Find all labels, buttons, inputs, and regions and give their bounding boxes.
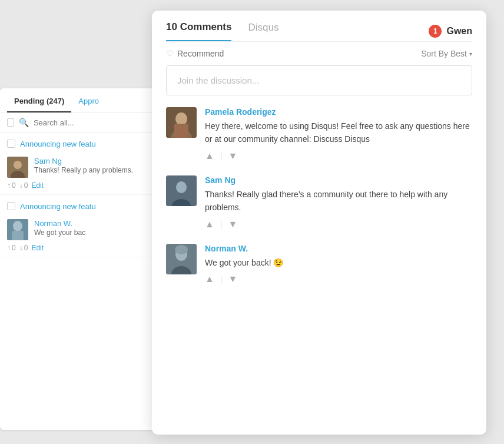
downvote[interactable]: ↓ 0 bbox=[19, 181, 28, 190]
svg-point-17 bbox=[175, 245, 188, 254]
comment-item: Pamela Roderigez Hey there, welcome to u… bbox=[166, 107, 472, 161]
comment-item: Sam Ng Thanks! Really glad there’s a com… bbox=[166, 175, 472, 230]
comment-actions: ▲ | ▼ bbox=[205, 151, 472, 161]
item-title: Announcing new featu bbox=[20, 140, 96, 148]
search-input[interactable] bbox=[34, 118, 158, 127]
down-arrow-icon: ↓ bbox=[19, 244, 23, 252]
comment-text: Hey there, welcome to using Disqus! Feel… bbox=[205, 120, 472, 146]
comment-actions: ▲ | ▼ bbox=[205, 274, 472, 284]
sort-label: Sort By Best bbox=[421, 49, 467, 58]
vote-separator: | bbox=[220, 151, 223, 161]
downvote[interactable]: ↓ 0 bbox=[19, 244, 28, 252]
avatar bbox=[166, 107, 197, 138]
item-checkbox[interactable] bbox=[7, 202, 15, 210]
up-arrow-icon: ↑ bbox=[7, 181, 11, 190]
recommend-label: Recommend bbox=[177, 49, 224, 58]
search-icon: 🔍 bbox=[19, 118, 29, 127]
notification-badge: 1 bbox=[429, 25, 442, 38]
comment-text: Thanks! Really glad there’s a community … bbox=[205, 188, 472, 214]
heart-icon: ♡ bbox=[166, 49, 174, 58]
comment-actions: ▲ | ▼ bbox=[205, 219, 472, 230]
search-bar: 🔍 bbox=[0, 113, 165, 132]
list-item: Announcing new featu Norman W. We got yo… bbox=[0, 195, 165, 257]
bg-username: Sam Ng bbox=[34, 157, 133, 165]
admin-tabs: Pending (247) Appro bbox=[0, 88, 165, 113]
upvote[interactable]: ↑ 0 bbox=[7, 181, 16, 190]
bg-username: Norman W. bbox=[34, 219, 85, 228]
upvote-button[interactable]: ▲ bbox=[205, 151, 214, 161]
comment-body: Norman W. We got your back! 😉 ▲ | ▼ bbox=[205, 244, 472, 284]
user-info: 1 Gwen bbox=[429, 25, 472, 38]
comment-username: Norman W. bbox=[205, 244, 472, 253]
downvote-button[interactable]: ▼ bbox=[228, 274, 237, 284]
comment-body: Sam Ng Thanks! Really glad there’s a com… bbox=[205, 175, 472, 230]
bg-comment-text: Thanks! Really p any problems. bbox=[34, 165, 133, 175]
avatar bbox=[166, 175, 197, 206]
select-all-checkbox[interactable] bbox=[7, 118, 14, 127]
downvote-button[interactable]: ▼ bbox=[228, 151, 237, 161]
avatar bbox=[166, 244, 197, 274]
up-arrow-icon: ↑ bbox=[7, 244, 11, 252]
comments-tab[interactable]: 10 Comments bbox=[166, 21, 231, 41]
disqus-toolbar: ♡ Recommend Sort By Best ▾ bbox=[152, 42, 486, 65]
upvote-count: 0 bbox=[12, 181, 16, 190]
avatar bbox=[7, 219, 28, 240]
disqus-header: 10 Comments Disqus 1 Gwen bbox=[152, 11, 486, 41]
edit-button[interactable]: Edit bbox=[31, 244, 44, 252]
comment-body: Pamela Roderigez Hey there, welcome to u… bbox=[205, 107, 472, 161]
list-item: Announcing new featu Sam Ng Thanks! Real… bbox=[0, 132, 165, 195]
svg-point-12 bbox=[176, 181, 187, 193]
svg-rect-10 bbox=[174, 124, 188, 138]
approved-tab[interactable]: Appro bbox=[71, 88, 106, 112]
edit-button[interactable]: Edit bbox=[31, 181, 44, 190]
logged-in-user: Gwen bbox=[446, 26, 472, 37]
svg-point-8 bbox=[175, 112, 187, 125]
vote-separator: | bbox=[220, 274, 223, 284]
item-user: Norman W. We got your bac bbox=[7, 219, 158, 240]
bg-comment-text: We got your bac bbox=[34, 228, 85, 238]
admin-panel: Pending (247) Appro 🔍 Announcing new fea… bbox=[0, 88, 165, 430]
item-actions: ↑ 0 ↓ 0 Edit bbox=[7, 244, 158, 252]
item-title: Announcing new featu bbox=[20, 202, 96, 211]
downvote-count: 0 bbox=[24, 181, 28, 190]
item-checkbox[interactable] bbox=[7, 140, 15, 148]
recommend-button[interactable]: ♡ Recommend bbox=[166, 49, 224, 58]
item-actions: ↑ 0 ↓ 0 Edit bbox=[7, 181, 158, 190]
chevron-down-icon: ▾ bbox=[469, 51, 472, 57]
vote-separator: | bbox=[220, 220, 223, 229]
comment-username: Sam Ng bbox=[205, 175, 472, 185]
sort-dropdown[interactable]: Sort By Best ▾ bbox=[421, 49, 472, 58]
svg-rect-5 bbox=[12, 231, 24, 240]
comments-list: Pamela Roderigez Hey there, welcome to u… bbox=[152, 107, 486, 284]
discussion-input[interactable]: Join the discussion... bbox=[166, 65, 472, 95]
comment-item: Norman W. We got your back! 😉 ▲ | ▼ bbox=[166, 244, 472, 284]
comment-username: Pamela Roderigez bbox=[205, 107, 472, 117]
downvote-count: 0 bbox=[24, 244, 28, 252]
upvote-count: 0 bbox=[12, 244, 16, 252]
avatar bbox=[7, 157, 28, 178]
upvote-button[interactable]: ▲ bbox=[205, 274, 214, 284]
svg-point-1 bbox=[14, 161, 22, 169]
item-user: Sam Ng Thanks! Really p any problems. bbox=[7, 157, 158, 178]
item-content: Norman W. We got your bac bbox=[34, 219, 85, 238]
downvote-button[interactable]: ▼ bbox=[228, 219, 237, 230]
comment-text: We got your back! 😉 bbox=[205, 256, 472, 269]
disqus-tab[interactable]: Disqus bbox=[248, 22, 278, 41]
item-content: Sam Ng Thanks! Really p any problems. bbox=[34, 157, 133, 175]
upvote[interactable]: ↑ 0 bbox=[7, 244, 16, 252]
svg-point-4 bbox=[13, 221, 22, 231]
disqus-panel: 10 Comments Disqus 1 Gwen ♡ Recommend So… bbox=[152, 11, 486, 435]
pending-tab[interactable]: Pending (247) bbox=[7, 88, 71, 112]
down-arrow-icon: ↓ bbox=[19, 181, 23, 190]
upvote-button[interactable]: ▲ bbox=[205, 219, 214, 230]
